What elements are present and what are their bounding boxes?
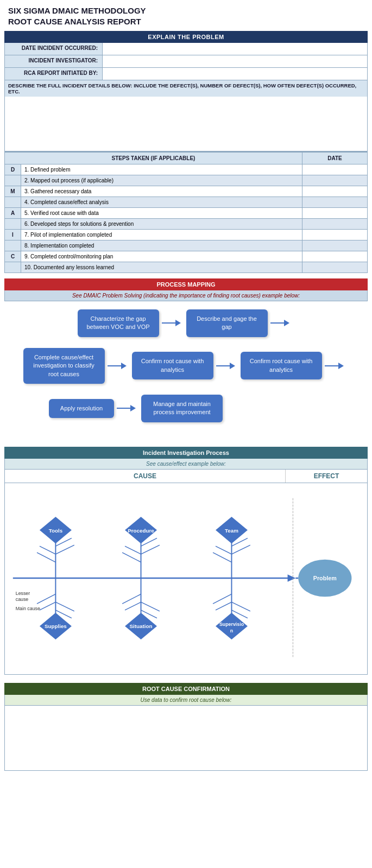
flow-arrow-2b [216,360,238,371]
step-text: 9. Completed control/monitoring plan [21,251,302,262]
page-title-line2: ROOT CAUSE ANALYSIS REPORT [8,16,364,27]
flow-row-1: Characterize the gap between VOC and VOP… [5,309,367,337]
flow-row-3: Apply resolution Manage and maintain pro… [5,395,367,422]
rcc-subtitle: Use data to confirm root cause below: [4,695,368,706]
svg-line-26 [37,594,55,604]
svg-line-28 [55,602,74,611]
step-text: 5. Verified root cause with data [21,208,302,219]
svg-line-4 [40,546,55,554]
process-mapping-header: PROCESS MAPPING [4,278,368,290]
date-incident-value[interactable] [103,43,367,55]
step-date[interactable] [302,240,368,251]
flow-box-2a: Complete cause/effect investigation to c… [23,348,105,384]
step-row: A5. Verified root cause with data [5,208,368,219]
svg-line-39 [216,602,231,610]
step-text: 7. Pilot of implementation completed [21,230,302,240]
step-text: 2. Mapped out process (if applicable) [21,175,302,186]
flow-box-2c: Confirm root cause with analytics [241,352,322,379]
step-letter [5,197,21,208]
svg-line-7 [55,545,74,554]
fishbone-diagram: Tools Procedure Team Supplies [4,483,368,675]
step-date[interactable] [302,175,368,186]
svg-line-40 [213,594,231,604]
rcc-header: ROOT CAUSE CONFIRMATION [4,683,368,695]
cause-effect-header: CAUSE EFFECT [4,470,368,483]
date-incident-row: DATE INCIDENT OCCURRED: [5,43,367,55]
step-row: I7. Pilot of implementation completed [5,230,368,240]
investigator-label: INCIDENT INVESTIGATOR: [5,55,103,67]
svg-line-33 [122,594,141,604]
page-title-line1: SIX SIGMA DMAIC METHODOLOGY [8,5,364,16]
effect-label: EFFECT [286,470,367,483]
rca-initiated-row: RCA REPORT INITIATED BY: [5,68,367,80]
step-date[interactable] [302,262,368,273]
svg-text:Lesser: Lesser [16,591,30,596]
svg-text:Tools: Tools [49,527,63,533]
svg-line-19 [213,553,231,562]
step-date[interactable] [302,251,368,262]
step-text: 1. Defined problem [21,164,302,175]
svg-text:Main cause: Main cause [16,606,40,611]
svg-text:n: n [230,628,233,633]
investigator-value[interactable] [103,55,367,67]
svg-text:Problem: Problem [313,575,337,581]
rcc-content[interactable] [4,706,368,771]
step-letter [5,262,21,273]
step-row: 2. Mapped out process (if applicable) [5,175,368,186]
description-label: DESCRIBE THE FULL INCIDENT DETAILS BELOW… [5,80,367,97]
flow-arrow-1a [162,318,184,328]
step-text: 3. Gathered necessary data [21,186,302,197]
process-mapping-subtitle: See DMAIC Problem Solving (indicating th… [4,290,368,301]
incident-investigation-subtitle: See cause/effect example below: [4,459,368,470]
svg-line-21 [231,545,250,554]
svg-marker-1 [288,574,296,582]
flow-diagram: Characterize the gap between VOC and VOP… [0,301,372,441]
flow-arrow-3a [117,403,138,414]
date-incident-label: DATE INCIDENT OCCURRED: [5,43,103,55]
flow-arrow-1b [270,318,292,328]
flow-row-2: Complete cause/effect investigation to c… [5,348,367,384]
step-date[interactable] [302,164,368,175]
incident-investigation-header: Incident Investigation Process [4,447,368,459]
svg-text:Procedure: Procedure [128,527,154,533]
explain-problem-section: EXPLAIN THE PROBLEM DATE INCIDENT OCCURR… [4,31,368,273]
description-row: DESCRIBE THE FULL INCIDENT DETAILS BELOW… [5,80,367,151]
step-row: D1. Defined problem [5,164,368,175]
rca-initiated-label: RCA REPORT INITIATED BY: [5,68,103,80]
explain-problem-header: EXPLAIN THE PROBLEM [4,31,368,43]
svg-text:Supervisio: Supervisio [219,622,244,627]
step-letter: A [5,208,21,219]
step-letter [5,219,21,230]
flow-arrow-2a [108,360,129,371]
svg-line-35 [141,602,160,611]
step-letter [5,240,21,251]
svg-line-12 [122,553,141,562]
step-text: 10. Documented any lessons learned [21,262,302,273]
step-date[interactable] [302,230,368,240]
step-date[interactable] [302,197,368,208]
steps-col1-header: STEPS TAKEN (IF APPLICABLE) [5,153,302,164]
step-date[interactable] [302,219,368,230]
step-text: 4. Completed cause/effect analysis [21,197,302,208]
flow-box-1b: Describe and gage the gap [186,309,268,337]
flow-box-3a: Apply resolution [49,399,114,418]
svg-line-32 [125,602,141,610]
step-date[interactable] [302,208,368,219]
svg-text:Situation: Situation [130,623,153,629]
step-letter: M [5,186,21,197]
step-letter: I [5,230,21,240]
main-header: SIX SIGMA DMAIC METHODOLOGY ROOT CAUSE A… [0,0,372,31]
steps-table: STEPS TAKEN (IF APPLICABLE) DATE D1. Def… [4,152,368,273]
step-date[interactable] [302,186,368,197]
svg-text:cause: cause [16,597,29,602]
step-letter: D [5,164,21,175]
svg-line-5 [37,553,55,562]
svg-line-42 [231,602,250,611]
step-row: 10. Documented any lessons learned [5,262,368,273]
step-letter: C [5,251,21,262]
flow-box-3b: Manage and maintain process improvement [141,395,223,422]
description-area[interactable] [5,97,367,151]
rca-initiated-value[interactable] [103,68,367,80]
svg-text:Supplies: Supplies [45,623,67,629]
cause-label: CAUSE [5,470,286,483]
